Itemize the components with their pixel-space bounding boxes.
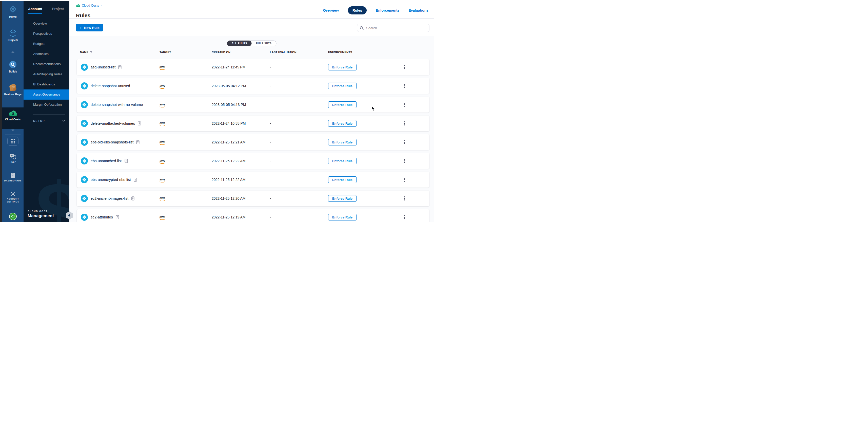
created-on-value: 2022-11-25 12:21 AM <box>212 140 270 144</box>
rail-item-help[interactable]: ? HELP <box>2 154 24 164</box>
help-chat-icon: ? <box>10 154 16 159</box>
row-menu-kebab[interactable] <box>403 215 406 220</box>
nav-link-evaluations[interactable]: Evaluations <box>408 8 428 12</box>
sidebar-item-setup[interactable]: SETUP <box>33 117 65 124</box>
created-on-value: 2022-11-24 10:55 PM <box>212 121 270 125</box>
table-row[interactable]: delete-snapshot-with-no-volume aws 2023-… <box>77 97 429 113</box>
rail-item-feature-flags[interactable]: Feature Flags <box>2 84 24 96</box>
row-menu-kebab[interactable] <box>403 121 406 126</box>
toggle-rule-sets[interactable]: RULE SETS <box>251 41 276 46</box>
table-row[interactable]: ebs-unattached-list aws 2022-11-25 12:22… <box>77 153 429 169</box>
rule-name: delete-unattached-volumes <box>91 121 135 125</box>
module-picker-button[interactable] <box>7 137 19 146</box>
table-row[interactable]: delete-snapshot-unused aws 2023-05-05 04… <box>77 78 429 94</box>
rule-notes-icon[interactable] <box>138 121 141 125</box>
rule-notes-icon[interactable] <box>125 159 128 163</box>
rule-icon <box>81 64 88 71</box>
rule-notes-icon[interactable] <box>118 65 122 69</box>
row-menu-kebab[interactable] <box>403 140 406 145</box>
rail-item-projects[interactable]: Projects <box>2 29 24 41</box>
sidebar-item-margin-obfuscation[interactable]: Margin Obfuscation <box>24 99 69 110</box>
search-input[interactable] <box>366 26 427 30</box>
nav-link-overview[interactable]: Overview <box>323 8 339 12</box>
enforce-rule-button[interactable]: Enforce Rule <box>328 101 356 108</box>
enforce-rule-button[interactable]: Enforce Rule <box>328 176 356 183</box>
row-menu-kebab[interactable] <box>403 83 406 88</box>
enforce-rule-button[interactable]: Enforce Rule <box>328 64 356 70</box>
enforce-rule-button[interactable]: Enforce Rule <box>328 158 356 164</box>
window-edge <box>0 1 2 222</box>
table-row[interactable]: asg-unused-list aws 2022-11-24 11:45 PM … <box>77 59 429 75</box>
rail-scroll-up[interactable] <box>2 51 24 53</box>
rules-content: ALL RULES RULE SETS NAME TARGET CREATED … <box>69 36 434 222</box>
enforce-rule-button[interactable]: Enforce Rule <box>328 83 356 89</box>
enforce-rule-button[interactable]: Enforce Rule <box>328 195 356 202</box>
row-menu-kebab[interactable] <box>403 158 406 164</box>
sidebar-item-bi-dashboards[interactable]: BI Dashboards <box>24 79 69 89</box>
column-header-target: TARGET <box>159 51 212 54</box>
sidebar-item-budgets[interactable]: Budgets <box>24 39 69 49</box>
nav-link-rules[interactable]: Rules <box>348 6 367 14</box>
created-on-value: 2022-11-25 12:19 AM <box>212 215 270 219</box>
row-menu-kebab[interactable] <box>403 65 406 70</box>
rule-notes-icon[interactable] <box>131 197 134 201</box>
sidebar-item-autostopping-rules[interactable]: AutoStopping Rules <box>24 69 69 79</box>
user-avatar[interactable]: CJ <box>9 213 17 220</box>
rule-icon <box>81 176 88 183</box>
rule-notes-icon[interactable] <box>134 178 137 182</box>
column-header-name[interactable]: NAME <box>77 51 159 54</box>
sidebar-item-asset-governance[interactable]: Asset Governance <box>24 89 69 99</box>
rail-item-cloud-costs[interactable]: $ Cloud Costs <box>2 108 24 129</box>
search-box <box>357 24 429 32</box>
aws-logo-icon: aws <box>159 103 166 108</box>
rule-name: ebs-unencrypted-ebs-list <box>91 178 131 182</box>
row-menu-kebab[interactable] <box>403 177 406 182</box>
table-row[interactable]: ebs-old-ebs-snapshots-list aws 2022-11-2… <box>77 134 429 150</box>
sort-caret-icon <box>90 52 92 53</box>
rail-item-label: HELP <box>10 161 16 164</box>
column-header-enforcements: ENFORCEMENTS <box>328 51 401 54</box>
rail-item-label: Cloud Costs <box>5 118 21 121</box>
rail-item-dashboards[interactable]: DASHBOARDS <box>2 173 24 182</box>
nav-link-enforcements[interactable]: Enforcements <box>376 8 399 12</box>
svg-text:$: $ <box>12 111 14 116</box>
grid-icon <box>11 139 15 143</box>
created-on-value: 2022-11-25 12:22 AM <box>212 178 270 182</box>
sidebar-item-overview[interactable]: Overview <box>24 19 69 29</box>
table-row[interactable]: ebs-unencrypted-ebs-list aws 2022-11-25 … <box>77 172 429 187</box>
scope-tabs: Account Project <box>28 7 64 14</box>
table-row[interactable]: ec2-attributes aws 2022-11-25 12:19 AM -… <box>77 209 429 222</box>
last-evaluation-value: - <box>270 102 328 107</box>
sidebar-item-perspectives[interactable]: Perspectives <box>24 29 69 39</box>
rule-notes-icon[interactable] <box>116 215 119 219</box>
tab-account[interactable]: Account <box>28 7 42 14</box>
rail-item-builds[interactable]: Builds <box>2 61 24 73</box>
enforce-rule-button[interactable]: Enforce Rule <box>328 139 356 145</box>
rail-scroll-down[interactable] <box>2 129 24 131</box>
enforce-rule-button[interactable]: Enforce Rule <box>328 120 356 127</box>
page-nav: Overview Rules Enforcements Evaluations <box>323 6 428 14</box>
toggle-all-rules[interactable]: ALL RULES <box>227 40 252 46</box>
rule-notes-icon[interactable] <box>136 140 140 144</box>
row-menu-kebab[interactable] <box>403 196 406 201</box>
enforce-rule-button[interactable]: Enforce Rule <box>328 214 356 220</box>
breadcrumb-cloud-costs-link[interactable]: Cloud Costs <box>82 4 99 7</box>
aws-logo-icon: aws <box>159 65 166 70</box>
row-menu-kebab[interactable] <box>403 102 406 107</box>
rule-name: ebs-old-ebs-snapshots-list <box>91 140 133 144</box>
sidebar-item-recommendations[interactable]: Recommendations <box>24 59 69 69</box>
sidebar-item-anomalies[interactable]: Anomalies <box>24 49 69 59</box>
created-on-value: 2022-11-25 12:20 AM <box>212 197 270 201</box>
new-rule-button[interactable]: + New Rule <box>76 24 103 31</box>
rail-item-home[interactable]: Home <box>2 4 24 18</box>
rule-icon <box>81 214 88 221</box>
tab-project[interactable]: Project <box>52 7 64 14</box>
table-row[interactable]: delete-unattached-volumes aws 2022-11-24… <box>77 116 429 131</box>
aws-logo-icon: aws <box>159 215 166 220</box>
ccm-sidebar: $ Account Project OverviewPerspectivesBu… <box>24 1 69 222</box>
table-row[interactable]: ec2-ancient-images-list aws 2022-11-25 1… <box>77 190 429 206</box>
rail-item-label: DASHBOARDS <box>4 179 22 182</box>
gear-icon <box>10 191 16 197</box>
triangle-up-icon <box>11 51 14 53</box>
rail-item-account-settings[interactable]: ACCOUNT SETTINGS <box>2 191 24 203</box>
